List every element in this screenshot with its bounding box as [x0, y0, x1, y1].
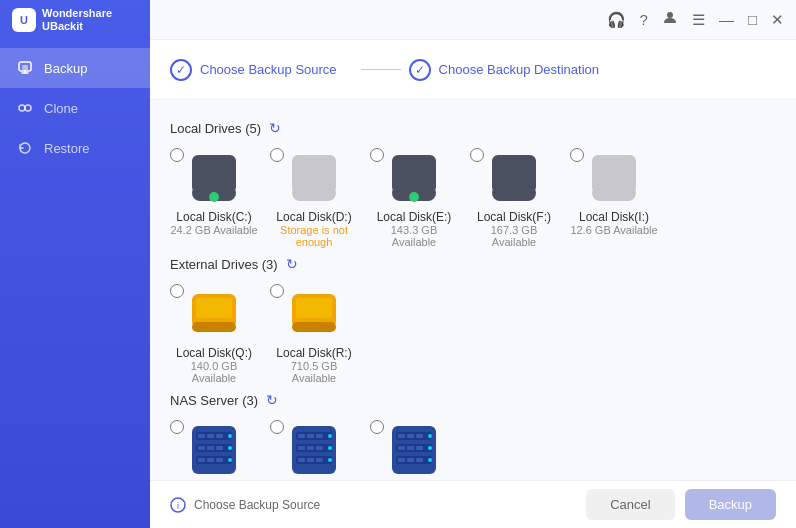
svg-rect-57	[398, 434, 405, 438]
drive-c[interactable]: Local Disk(C:) 24.2 GB Available	[170, 148, 258, 248]
drive-d-radio[interactable]	[270, 148, 284, 162]
svg-point-54	[328, 458, 332, 462]
external-drives-header: External Drives (3) ↻	[170, 256, 776, 272]
svg-rect-59	[416, 434, 423, 438]
svg-point-37	[228, 446, 232, 450]
svg-rect-27	[216, 434, 223, 438]
sidebar-nav: Backup Clone Restore	[0, 48, 150, 168]
backup-icon	[16, 59, 34, 77]
svg-point-12	[409, 192, 419, 202]
cancel-button[interactable]: Cancel	[586, 489, 674, 520]
svg-rect-42	[307, 434, 314, 438]
svg-rect-22	[296, 298, 332, 318]
step-source: ✓ Choose Backup Source	[170, 59, 353, 81]
drive-e[interactable]: Local Disk(E:) 143.3 GB Available	[370, 148, 458, 248]
question-icon[interactable]: ?	[640, 11, 648, 28]
logo-icon: U	[12, 8, 36, 32]
nas-x[interactable]: homes(X:)	[170, 420, 258, 480]
drive-e-icon	[379, 148, 449, 208]
step-source-label: Choose Backup Source	[200, 62, 337, 77]
svg-rect-35	[216, 458, 223, 462]
svg-rect-26	[207, 434, 214, 438]
drive-r-label: Local Disk(R:)	[276, 346, 351, 360]
svg-rect-31	[216, 446, 223, 450]
clone-icon	[16, 99, 34, 117]
drive-c-size: 24.2 GB Available	[170, 224, 257, 236]
headphone-icon[interactable]: 🎧	[607, 11, 626, 29]
footer-info-icon: i	[170, 497, 186, 513]
step-destination-label: Choose Backup Destination	[439, 62, 599, 77]
sidebar-clone-label: Clone	[44, 101, 78, 116]
nas-x-radio[interactable]	[170, 420, 184, 434]
drive-f[interactable]: Local Disk(F:) 167.3 GB Available	[470, 148, 558, 248]
nas-y-icon	[279, 420, 349, 480]
app-logo: U Wondershare UBackit	[0, 0, 150, 40]
external-drives-refresh-icon[interactable]: ↻	[286, 256, 298, 272]
drive-d[interactable]: Local Disk(D:) Storage is not enough	[270, 148, 358, 248]
svg-point-38	[228, 458, 232, 462]
nas-x-icon	[179, 420, 249, 480]
svg-rect-61	[398, 446, 405, 450]
content-area: Local Drives (5) ↻ Local Disk(C:) 24.2 G…	[150, 100, 796, 480]
svg-rect-65	[398, 458, 405, 462]
external-drives-grid: Local Disk(Q:) 140.0 GB Available Local …	[170, 284, 776, 384]
drive-i-label: Local Disk(I:)	[579, 210, 649, 224]
menu-icon[interactable]: ☰	[692, 11, 705, 29]
svg-rect-1	[22, 65, 28, 70]
drive-f-radio[interactable]	[470, 148, 484, 162]
drive-q[interactable]: Local Disk(Q:) 140.0 GB Available	[170, 284, 258, 384]
nas-z-icon	[379, 420, 449, 480]
drive-e-radio[interactable]	[370, 148, 384, 162]
nas-y-radio[interactable]	[270, 420, 284, 434]
footer: i Choose Backup Source Cancel Backup	[150, 480, 796, 528]
nas-z[interactable]: home(Z:)	[370, 420, 458, 480]
restore-icon	[16, 139, 34, 157]
drive-i[interactable]: Local Disk(I:) 12.6 GB Available	[570, 148, 658, 248]
local-drives-refresh-icon[interactable]: ↻	[269, 120, 281, 136]
drive-q-size: 140.0 GB Available	[170, 360, 258, 384]
step-source-check: ✓	[170, 59, 192, 81]
svg-rect-18	[192, 322, 236, 332]
drive-r[interactable]: Local Disk(R:) 710.5 GB Available	[270, 284, 358, 384]
nas-server-refresh-icon[interactable]: ↻	[266, 392, 278, 408]
nas-y[interactable]: video(Y:)	[270, 420, 358, 480]
steps-bar: ✓ Choose Backup Source ✓ Choose Backup D…	[150, 40, 796, 100]
svg-rect-30	[207, 446, 214, 450]
drive-i-icon	[579, 148, 649, 208]
drive-r-radio[interactable]	[270, 284, 284, 298]
svg-rect-16	[592, 185, 636, 201]
minimize-icon[interactable]: —	[719, 11, 734, 28]
sidebar-restore-label: Restore	[44, 141, 90, 156]
drive-q-radio[interactable]	[170, 284, 184, 298]
svg-rect-41	[298, 434, 305, 438]
sidebar-item-clone[interactable]: Clone	[0, 88, 150, 128]
svg-point-3	[25, 105, 31, 111]
svg-point-36	[228, 434, 232, 438]
svg-point-2	[19, 105, 25, 111]
maximize-icon[interactable]: □	[748, 11, 757, 28]
drive-q-label: Local Disk(Q:)	[176, 346, 252, 360]
svg-rect-14	[492, 185, 536, 201]
backup-button[interactable]: Backup	[685, 489, 776, 520]
drive-i-radio[interactable]	[570, 148, 584, 162]
close-icon[interactable]: ✕	[771, 11, 784, 29]
svg-point-4	[667, 12, 673, 18]
drive-r-icon	[279, 284, 349, 344]
svg-rect-51	[316, 458, 323, 462]
footer-source: i Choose Backup Source	[170, 497, 320, 513]
sidebar-item-backup[interactable]: Backup	[0, 48, 150, 88]
svg-point-69	[428, 446, 432, 450]
drive-d-label: Local Disk(D:)	[276, 210, 351, 224]
sidebar-item-restore[interactable]: Restore	[0, 128, 150, 168]
user-icon[interactable]	[662, 10, 678, 29]
drive-c-radio[interactable]	[170, 148, 184, 162]
footer-source-label: Choose Backup Source	[194, 498, 320, 512]
step-divider	[361, 69, 401, 70]
local-drives-label: Local Drives (5)	[170, 121, 261, 136]
local-drives-header: Local Drives (5) ↻	[170, 120, 776, 136]
svg-rect-46	[307, 446, 314, 450]
svg-point-7	[209, 192, 219, 202]
svg-rect-21	[292, 322, 336, 332]
nas-z-radio[interactable]	[370, 420, 384, 434]
svg-rect-29	[198, 446, 205, 450]
